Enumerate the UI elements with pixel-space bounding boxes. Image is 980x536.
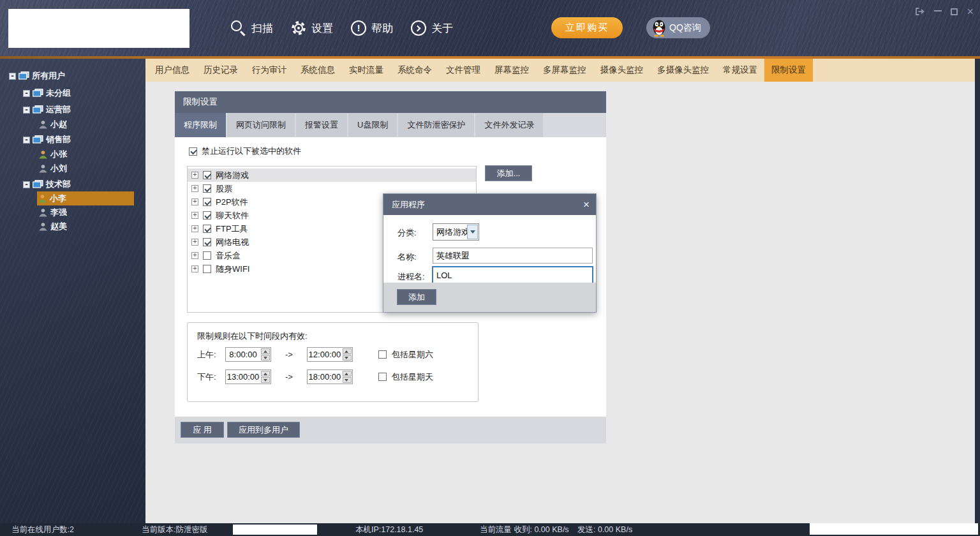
- time-to-spinner[interactable]: [307, 347, 353, 362]
- checkbox-unchecked-icon[interactable]: [203, 251, 211, 260]
- time-to-spinner[interactable]: [307, 369, 353, 384]
- tab-general-settings[interactable]: 常规设置: [716, 59, 764, 82]
- expand-icon[interactable]: [191, 212, 198, 219]
- checkbox-checked-icon[interactable]: [203, 211, 211, 220]
- user-online-icon: [38, 150, 48, 159]
- subtab-alarm-settings[interactable]: 报警设置: [296, 113, 348, 137]
- collapse-icon[interactable]: [23, 107, 30, 114]
- include-sunday-checkbox[interactable]: 包括星期天: [378, 371, 433, 383]
- tree-user-offline[interactable]: 小刘: [38, 161, 67, 175]
- time-from-spinner[interactable]: [225, 369, 271, 384]
- expand-icon[interactable]: [191, 185, 198, 192]
- checkbox-unchecked-icon[interactable]: [203, 265, 211, 273]
- checkbox-unchecked-icon[interactable]: [378, 373, 387, 381]
- spinner-buttons[interactable]: [343, 371, 352, 383]
- tree-user-selected[interactable]: 小李: [37, 191, 134, 205]
- tab-screen-monitor[interactable]: 屏幕监控: [487, 59, 536, 82]
- gear-icon: [291, 20, 306, 36]
- tab-restriction-settings[interactable]: 限制设置: [764, 59, 813, 82]
- about-button[interactable]: 关于: [411, 20, 453, 36]
- spin-down-icon[interactable]: [261, 355, 270, 361]
- list-item[interactable]: 网络游戏: [188, 168, 476, 182]
- apply-button[interactable]: 应 用: [181, 422, 224, 438]
- collapse-icon[interactable]: [23, 90, 30, 97]
- category-dropdown[interactable]: 网络游戏: [433, 223, 479, 241]
- subtab-usb-restriction[interactable]: U盘限制: [348, 113, 398, 137]
- time-to-input[interactable]: [308, 348, 342, 361]
- checkbox-checked-icon[interactable]: [203, 238, 211, 246]
- tree-group-operations[interactable]: 运营部: [23, 103, 71, 117]
- chevron-down-icon[interactable]: [467, 225, 478, 239]
- subtab-file-outgoing-record[interactable]: 文件外发记录: [475, 113, 544, 137]
- spin-up-icon[interactable]: [261, 371, 270, 376]
- add-software-button[interactable]: 添加...: [485, 165, 532, 181]
- tree-user-offline[interactable]: 小赵: [38, 117, 67, 131]
- tab-history[interactable]: 历史记录: [197, 59, 245, 82]
- spin-up-icon[interactable]: [343, 348, 352, 354]
- collapse-icon[interactable]: [23, 181, 30, 188]
- checkbox-checked-icon[interactable]: [203, 198, 211, 206]
- collapse-icon[interactable]: [23, 137, 30, 144]
- subtab-web-access-restriction[interactable]: 网页访问限制: [227, 113, 296, 137]
- tree-user-offline[interactable]: 李强: [38, 205, 67, 220]
- subtab-file-leak-protection[interactable]: 文件防泄密保护: [398, 113, 475, 137]
- time-from-input[interactable]: [226, 348, 260, 361]
- time-to-input[interactable]: [308, 370, 342, 383]
- forbid-software-checkbox[interactable]: 禁止运行以下被选中的软件: [189, 145, 301, 157]
- tree-user-online[interactable]: 小张: [38, 147, 67, 161]
- dialog-add-button[interactable]: 添加: [397, 289, 436, 305]
- checkbox-checked-icon[interactable]: [203, 184, 211, 193]
- tree-group-ungrouped[interactable]: 未分组: [23, 86, 71, 100]
- tab-system-info[interactable]: 系统信息: [293, 59, 342, 82]
- name-field[interactable]: [433, 248, 593, 264]
- maximize-icon[interactable]: [951, 8, 958, 15]
- spin-down-icon[interactable]: [261, 377, 270, 383]
- tab-camera-monitor[interactable]: 摄像头监控: [593, 59, 651, 82]
- time-from-input[interactable]: [226, 370, 260, 383]
- tab-multi-camera-monitor[interactable]: 多摄像头监控: [650, 59, 716, 82]
- buy-now-button[interactable]: 立即购买: [551, 17, 623, 38]
- spin-up-icon[interactable]: [261, 348, 270, 354]
- help-button[interactable]: 帮助: [351, 20, 393, 36]
- expand-icon[interactable]: [191, 252, 198, 259]
- tab-multi-screen-monitor[interactable]: 多屏幕监控: [536, 59, 593, 82]
- close-icon[interactable]: ×: [967, 7, 974, 16]
- dialog-close-icon[interactable]: ×: [583, 194, 590, 215]
- expand-icon[interactable]: [191, 172, 198, 179]
- tab-behavior-audit[interactable]: 行为审计: [245, 59, 293, 82]
- settings-button[interactable]: 设置: [291, 20, 333, 36]
- checkbox-checked-icon[interactable]: [203, 171, 211, 179]
- include-saturday-checkbox[interactable]: 包括星期六: [378, 349, 433, 361]
- spin-down-icon[interactable]: [343, 355, 352, 361]
- spin-down-icon[interactable]: [343, 377, 352, 383]
- checkbox-checked-icon[interactable]: [189, 147, 197, 156]
- computer-group-icon: [33, 135, 43, 144]
- apply-to-multi-users-button[interactable]: 应用到多用户: [227, 422, 300, 438]
- collapse-icon[interactable]: [9, 73, 16, 80]
- spinner-buttons[interactable]: [261, 348, 270, 361]
- expand-icon[interactable]: [191, 198, 198, 205]
- tab-realtime-traffic[interactable]: 实时流量: [342, 59, 390, 82]
- checkbox-unchecked-icon[interactable]: [378, 350, 387, 359]
- tab-file-manager[interactable]: 文件管理: [439, 59, 487, 82]
- tab-system-command[interactable]: 系统命令: [390, 59, 439, 82]
- spinner-buttons[interactable]: [343, 348, 352, 361]
- minimize-icon[interactable]: [934, 10, 942, 13]
- expand-icon[interactable]: [191, 225, 198, 232]
- process-name-field[interactable]: [432, 266, 593, 284]
- tree-group-tech[interactable]: 技术部: [23, 177, 71, 191]
- checkbox-checked-icon[interactable]: [203, 225, 211, 233]
- tree-user-offline[interactable]: 赵美: [38, 220, 67, 234]
- time-from-spinner[interactable]: [225, 347, 271, 362]
- tab-user-info[interactable]: 用户信息: [148, 59, 197, 82]
- expand-icon[interactable]: [191, 265, 198, 272]
- scan-button[interactable]: 扫描: [231, 20, 273, 36]
- tree-group-sales[interactable]: 销售部: [23, 133, 71, 147]
- logout-icon[interactable]: [915, 7, 925, 16]
- expand-icon[interactable]: [191, 239, 198, 246]
- spinner-buttons[interactable]: [261, 371, 270, 383]
- tree-group-all-users[interactable]: 所有用户: [9, 69, 65, 83]
- spin-up-icon[interactable]: [343, 371, 352, 376]
- subtab-program-restriction[interactable]: 程序限制: [175, 113, 227, 137]
- qq-consult-button[interactable]: QQ咨询: [646, 17, 710, 38]
